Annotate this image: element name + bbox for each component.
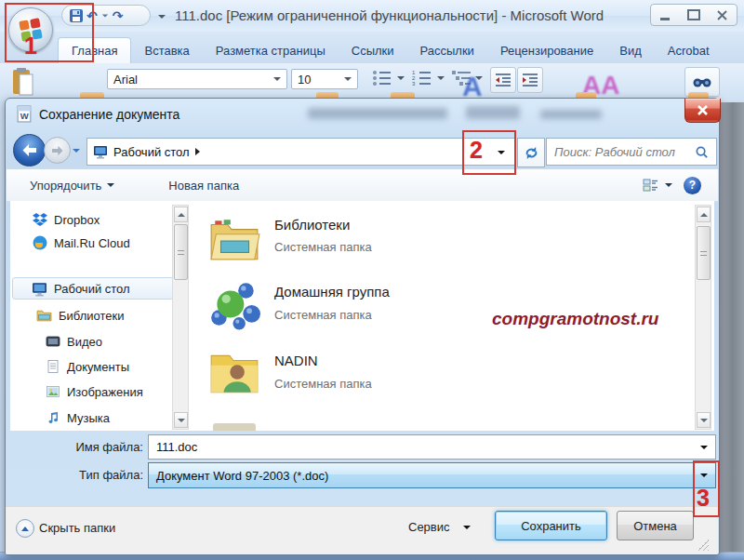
file-icon-libraries[interactable]: [207, 213, 261, 271]
new-folder-label: Новая папка: [168, 179, 239, 193]
refresh-icon: [525, 146, 538, 160]
new-folder-button[interactable]: Новая папка: [168, 179, 239, 193]
dialog-title: Сохранение документа: [39, 107, 179, 122]
word-window-title: 111.doc [Режим ограниченной функциональн…: [175, 7, 604, 23]
font-size-combo[interactable]: 10: [291, 69, 358, 89]
filelist-scrollbar[interactable]: [695, 205, 711, 430]
partial-next-item: [213, 423, 256, 431]
scroll-down-icon[interactable]: [174, 412, 188, 428]
sidebar-item-documents[interactable]: Документы: [46, 356, 129, 377]
tab-ssylki[interactable]: Ссылки: [339, 38, 407, 63]
address-bar[interactable]: Рабочий стол: [86, 138, 515, 166]
word-document-icon: W: [16, 105, 33, 127]
videos-icon: [46, 334, 60, 349]
file-name-input[interactable]: 111.doc: [148, 434, 716, 460]
tab-vstavka[interactable]: Вставка: [131, 38, 202, 63]
search-box[interactable]: Поиск: Рабочий стол: [546, 138, 717, 166]
tab-vid[interactable]: Вид: [606, 38, 655, 63]
search-icon[interactable]: [695, 145, 709, 159]
scroll-down-icon[interactable]: [697, 412, 711, 428]
file-name-dropdown-icon[interactable]: [700, 446, 708, 449]
cancel-label: Отмена: [633, 519, 677, 533]
sidebar-item-pictures[interactable]: Изображения: [46, 381, 143, 402]
recent-locations-icon[interactable]: [73, 149, 80, 153]
address-location[interactable]: Рабочий стол: [113, 145, 190, 159]
sidebar-label: Библиотеки: [59, 309, 124, 323]
close-window-button[interactable]: [708, 5, 737, 25]
back-button[interactable]: [13, 134, 46, 167]
sidebar-label: Mail.Ru Cloud: [54, 236, 130, 250]
bullet-dropdown-icon[interactable]: [397, 76, 405, 80]
redo-icon[interactable]: ↷: [113, 9, 124, 22]
sidebar-scrollbar[interactable]: [172, 205, 189, 430]
organize-menu[interactable]: Упорядочить: [30, 179, 114, 193]
ribbon-strip: Arial 10 123 А АА: [0, 63, 744, 100]
window-controls: [650, 4, 737, 26]
sidebar-item-mailru-cloud[interactable]: Mail.Ru Cloud: [33, 233, 130, 253]
font-name-combo[interactable]: Arial: [107, 69, 287, 89]
save-label: Сохранить: [521, 519, 581, 533]
word-document-edge: [718, 102, 744, 560]
tab-acrobat[interactable]: Acrobat: [655, 38, 723, 63]
organize-dropdown-icon: [107, 183, 114, 187]
file-type: Системная папка: [274, 240, 372, 254]
sidebar-item-libraries[interactable]: Библиотеки: [36, 305, 124, 326]
resize-grip[interactable]: [698, 540, 709, 551]
qat-customize-icon[interactable]: [158, 15, 166, 19]
minimize-button[interactable]: [651, 5, 680, 25]
dropbox-icon: [33, 212, 47, 227]
dialog-close-button[interactable]: [684, 99, 721, 123]
close-icon: [717, 10, 727, 20]
scroll-up-icon[interactable]: [697, 207, 711, 222]
close-icon: [697, 104, 709, 116]
blurred-ribbon-remnant: [540, 110, 602, 119]
sidebar-item-videos[interactable]: Видео: [46, 331, 102, 352]
sidebar-item-music[interactable]: Музыка: [46, 407, 110, 428]
user-folder-icon: [207, 346, 261, 400]
file-name[interactable]: Библиотеки: [274, 217, 350, 233]
tools-menu[interactable]: Сервис: [408, 520, 471, 534]
desktop-icon: [93, 144, 108, 159]
numbered-dropdown-icon[interactable]: [437, 76, 445, 80]
sidebar-label: Dropbox: [54, 213, 100, 227]
tab-rassylki[interactable]: Рассылки: [407, 38, 487, 63]
tab-recenzirovanie[interactable]: Рецензирование: [487, 38, 606, 63]
help-button[interactable]: ?: [684, 177, 701, 194]
refresh-button[interactable]: [517, 138, 545, 167]
cancel-button[interactable]: Отмена: [617, 511, 694, 540]
homegroup-icon: [207, 277, 261, 331]
numbered-list-icon[interactable]: 123: [412, 70, 432, 90]
hide-folders-label[interactable]: Скрыть папки: [39, 521, 115, 535]
file-name-value: 111.doc: [156, 440, 197, 454]
sidebar-item-desktop[interactable]: Рабочий стол: [12, 277, 174, 300]
clipboard-paste-icon[interactable]: [11, 67, 35, 100]
bullet-list-icon[interactable]: [372, 70, 392, 90]
libraries-icon: [36, 308, 52, 324]
file-icon-user-folder[interactable]: [207, 346, 261, 404]
save-button[interactable]: Сохранить: [495, 511, 607, 540]
scrollbar-thumb[interactable]: [174, 224, 188, 280]
maximize-button[interactable]: [680, 5, 709, 25]
views-button[interactable]: [643, 179, 672, 192]
sidebar-item-dropbox[interactable]: Dropbox: [33, 209, 100, 230]
file-name[interactable]: NADIN: [274, 353, 318, 368]
file-icon-homegroup[interactable]: [207, 277, 261, 335]
back-arrow-icon: [21, 143, 37, 157]
tab-razmetka[interactable]: Разметка страницы: [203, 38, 339, 63]
forward-button[interactable]: [44, 137, 71, 164]
sidebar-label: Документы: [67, 360, 129, 374]
file-name[interactable]: Домашняя группа: [274, 284, 390, 300]
hide-folders-button[interactable]: [16, 519, 34, 538]
scrollbar-thumb[interactable]: [697, 226, 711, 280]
sidebar-label: Рабочий стол: [54, 282, 130, 296]
undo-dropdown-icon[interactable]: [102, 14, 108, 17]
blurred-ribbon-remnant: [466, 106, 520, 119]
breadcrumb-chevron-icon[interactable]: [195, 148, 200, 155]
dialog-command-bar: Упорядочить Новая папка ?: [7, 169, 718, 202]
decrease-indent-button[interactable]: [490, 67, 516, 93]
increase-indent-button[interactable]: [517, 67, 543, 93]
screen: 111.doc [Режим ограниченной функциональн…: [0, 0, 744, 560]
file-type-combo[interactable]: Документ Word 97-2003 (*.doc): [148, 462, 716, 488]
scroll-up-icon[interactable]: [174, 207, 188, 222]
desktop-icon: [32, 281, 47, 297]
